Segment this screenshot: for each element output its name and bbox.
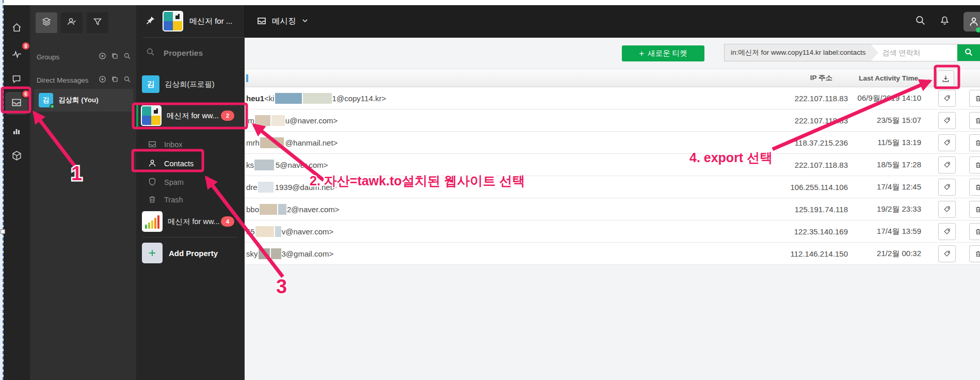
layers-icon bbox=[41, 17, 52, 29]
profile-name: 김상희(프로필) bbox=[165, 80, 215, 89]
time-cell: 17/4월 12:45 bbox=[848, 182, 921, 192]
contacts-icon bbox=[136, 159, 164, 169]
new-ticket-button[interactable]: + 새로운 티켓 bbox=[622, 45, 704, 61]
property-panel: 메신저 for ... Properties 김 김상희(프로필) 메신저 fo… bbox=[136, 5, 245, 380]
table-row[interactable]: bbo2@naver.com> 125.191.74.118 19/2월 23:… bbox=[245, 198, 980, 220]
ip-cell: 125.191.74.118 bbox=[750, 205, 848, 214]
table-row[interactable]: mrh@hanmail.net> 118.37.215.236 11/5월 13… bbox=[245, 132, 980, 154]
tag-contact-button[interactable] bbox=[938, 156, 956, 173]
profile-row[interactable]: 김 김상희(프로필) bbox=[136, 74, 245, 94]
add-dm-icon[interactable] bbox=[99, 75, 106, 85]
tag-contact-button[interactable] bbox=[938, 112, 956, 129]
table-row[interactable]: dre1939@daum.net> 106.255.114.106 17/4월 … bbox=[245, 176, 980, 198]
delete-contact-button[interactable] bbox=[969, 179, 980, 196]
divider bbox=[142, 37, 245, 38]
search-input[interactable] bbox=[878, 44, 957, 61]
tag-contact-button[interactable] bbox=[938, 223, 956, 240]
properties-header: Properties bbox=[136, 45, 203, 60]
rail-item-reports[interactable] bbox=[5, 120, 28, 143]
ip-cell: 122.35.140.169 bbox=[750, 227, 848, 236]
tag-contact-button[interactable] bbox=[938, 134, 956, 151]
ip-cell: 222.107.118.83 bbox=[750, 116, 848, 125]
property-favicon bbox=[163, 11, 183, 31]
tag-contact-button[interactable] bbox=[938, 90, 956, 107]
col-header-last-activity[interactable]: Last Activity Time bbox=[848, 74, 921, 82]
properties-label: Properties bbox=[164, 49, 203, 57]
tab-channels[interactable] bbox=[36, 12, 57, 33]
cube-icon bbox=[11, 150, 22, 163]
direct-messages-label: Direct Messages bbox=[37, 76, 89, 84]
table-row[interactable]: sky3@gmail.com> 112.146.214.150 21/2월 00… bbox=[245, 243, 980, 265]
search-submit-button[interactable] bbox=[957, 44, 980, 61]
search-filter-chip[interactable]: in:메신저 for www.copy114.kr label:contacts bbox=[725, 44, 878, 61]
table-row[interactable]: heu1 <ki1@copy114.kr> 222.107.118.83 06/… bbox=[245, 87, 980, 109]
nav-item-spam[interactable]: Spam bbox=[136, 173, 245, 191]
rail-item-chat[interactable] bbox=[5, 69, 28, 91]
time-cell: 18/5월 17:28 bbox=[848, 160, 921, 170]
add-property-label: Add Property bbox=[169, 249, 218, 258]
property-favicon-chart bbox=[142, 211, 163, 232]
rail-item-home[interactable] bbox=[5, 17, 28, 40]
property-row-second[interactable]: 메신저 for ww... 4 bbox=[136, 210, 245, 233]
table-header-row: IP 주소 Last Activity Time bbox=[245, 69, 980, 87]
groups-section: Groups bbox=[37, 52, 131, 62]
tag-contact-button[interactable] bbox=[938, 201, 956, 218]
time-cell: 06/9월/2019 14:10 bbox=[848, 93, 921, 103]
redaction-blur bbox=[275, 226, 281, 237]
nav-item-inbox[interactable]: Inbox bbox=[136, 136, 245, 153]
nav-item-trash[interactable]: Trash bbox=[136, 191, 245, 209]
tab-filter[interactable] bbox=[87, 12, 108, 33]
redaction-blur bbox=[258, 182, 274, 193]
delete-contact-button[interactable] bbox=[969, 112, 980, 129]
table-row[interactable]: imu@naver.com> 222.107.118.83 23/5월 15:0… bbox=[245, 109, 980, 132]
account-avatar[interactable] bbox=[963, 12, 980, 31]
tag-contact-button[interactable] bbox=[938, 245, 956, 262]
search-properties-icon[interactable] bbox=[136, 48, 155, 58]
tab-people[interactable] bbox=[61, 12, 83, 33]
groups-label: Groups bbox=[37, 53, 59, 61]
nav-item-contacts[interactable]: Contacts bbox=[136, 155, 245, 172]
delete-contact-button[interactable] bbox=[969, 134, 980, 151]
redaction-blur bbox=[260, 204, 277, 215]
redaction-blur bbox=[255, 226, 274, 237]
redaction-blur bbox=[260, 137, 284, 148]
contacts-table: IP 주소 Last Activity Time heu1 <ki1@copy1… bbox=[245, 69, 980, 265]
delete-contact-button[interactable] bbox=[969, 201, 980, 218]
col-header-ip[interactable]: IP 주소 bbox=[750, 73, 848, 83]
property-selector[interactable]: 메신저 for ... bbox=[136, 5, 245, 37]
export-download-button[interactable] bbox=[937, 70, 954, 87]
nav-label: Trash bbox=[164, 196, 183, 204]
delete-contact-button[interactable] bbox=[969, 156, 980, 173]
add-group-icon[interactable] bbox=[99, 52, 106, 61]
rail-item-monitoring[interactable]: 8 bbox=[5, 44, 28, 67]
ip-cell: 118.37.215.236 bbox=[750, 138, 848, 147]
table-row[interactable]: 55v@naver.com> 122.35.140.169 17/4월 13:5… bbox=[245, 220, 980, 243]
delete-contact-button[interactable] bbox=[969, 245, 980, 262]
add-property-row[interactable]: Add Property bbox=[136, 242, 245, 264]
delete-contact-button[interactable] bbox=[969, 90, 980, 107]
person-check-icon bbox=[67, 17, 77, 29]
browse-dm-icon[interactable] bbox=[111, 75, 119, 85]
rail-item-inbox[interactable]: 6 bbox=[5, 92, 28, 115]
home-icon bbox=[11, 22, 22, 35]
ip-cell: 222.107.118.83 bbox=[750, 94, 848, 103]
redaction-blur bbox=[255, 115, 270, 126]
messaging-menu[interactable]: 메시징 bbox=[256, 15, 309, 28]
plus-icon: + bbox=[639, 49, 644, 58]
active-property-indicator bbox=[136, 103, 138, 129]
browse-groups-icon[interactable] bbox=[111, 52, 119, 61]
search-icon[interactable] bbox=[915, 15, 926, 28]
tag-contact-button[interactable] bbox=[938, 179, 956, 196]
dm-user-row[interactable]: 김 김상희 (You) bbox=[34, 89, 133, 112]
chevron-down-icon bbox=[301, 17, 309, 26]
search-groups-icon[interactable] bbox=[123, 52, 131, 61]
property-name: 메신저 for ww... bbox=[167, 111, 219, 121]
online-status-dot bbox=[976, 27, 980, 33]
table-row[interactable]: ks5@naver.com> 222.107.118.83 18/5월 17:2… bbox=[245, 154, 980, 176]
rail-item-addons[interactable] bbox=[5, 145, 28, 168]
search-dm-icon[interactable] bbox=[123, 75, 131, 85]
delete-contact-button[interactable] bbox=[969, 223, 980, 240]
property-row-copy114[interactable]: 메신저 for ww... 2 bbox=[136, 103, 245, 129]
tawk-dashboard-screenshot: 8 6 bbox=[0, 0, 980, 380]
notifications-bell-icon[interactable] bbox=[939, 15, 950, 28]
